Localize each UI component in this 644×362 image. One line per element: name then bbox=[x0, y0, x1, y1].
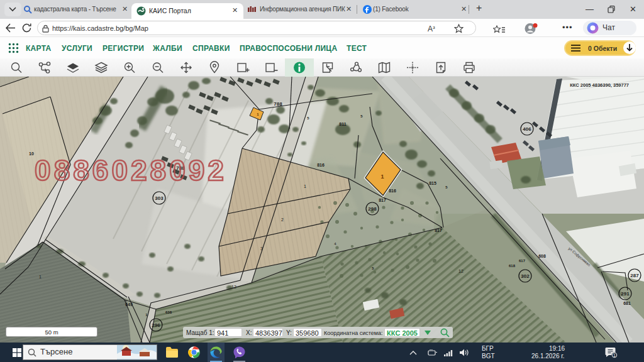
svg-text:291: 291 bbox=[621, 291, 630, 297]
svg-text:12: 12 bbox=[458, 269, 464, 273]
svg-text:811: 811 bbox=[339, 122, 346, 126]
svg-text:817: 817 bbox=[379, 198, 386, 202]
svg-text:1: 1 bbox=[613, 353, 616, 358]
svg-text:816: 816 bbox=[389, 189, 396, 193]
svg-text:296: 296 bbox=[152, 322, 160, 328]
svg-text:1: 1 bbox=[39, 275, 42, 279]
svg-text:12: 12 bbox=[231, 285, 236, 289]
svg-text:406: 406 bbox=[523, 126, 531, 132]
svg-text:1: 1 bbox=[304, 184, 306, 189]
svg-text:10: 10 bbox=[29, 151, 34, 156]
svg-text:649: 649 bbox=[125, 302, 133, 307]
svg-text:608: 608 bbox=[538, 254, 546, 258]
svg-text:816: 816 bbox=[317, 163, 325, 167]
svg-text:618: 618 bbox=[509, 264, 516, 268]
svg-text:287: 287 bbox=[630, 273, 639, 278]
svg-text:617: 617 bbox=[519, 259, 526, 263]
svg-text:303: 303 bbox=[155, 195, 164, 201]
svg-text:1: 1 bbox=[380, 173, 384, 180]
svg-text:817: 817 bbox=[435, 228, 442, 233]
svg-text:298: 298 bbox=[368, 206, 377, 212]
svg-text:815: 815 bbox=[429, 181, 436, 185]
svg-text:3: 3 bbox=[260, 246, 263, 251]
svg-text:0886028092: 0886028092 bbox=[35, 154, 227, 187]
svg-text:ККС 2005 4836390, 359777: ККС 2005 4836390, 359777 bbox=[570, 82, 629, 88]
svg-text:681: 681 bbox=[623, 301, 631, 305]
svg-text:2: 2 bbox=[281, 217, 284, 222]
svg-text:302: 302 bbox=[521, 273, 530, 279]
svg-text:638: 638 bbox=[165, 310, 172, 314]
svg-text:788: 788 bbox=[274, 101, 282, 107]
